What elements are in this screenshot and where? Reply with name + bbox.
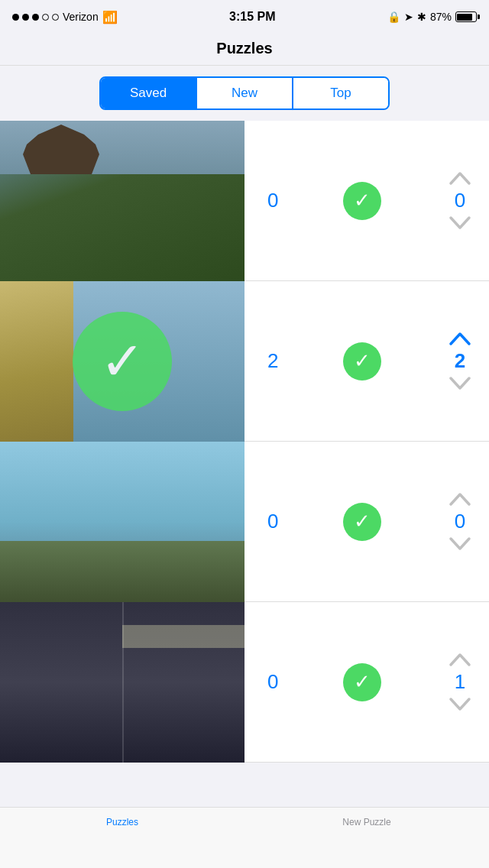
- puzzle-controls-3: 0 ✓ 0: [244, 442, 489, 601]
- puzzle-row[interactable]: 0 ✓ 1: [0, 602, 489, 763]
- puzzle-row[interactable]: 0 ✓ 0: [0, 442, 489, 602]
- puzzle-image-1[interactable]: [0, 121, 244, 281]
- signal-dot-5: [52, 14, 59, 21]
- lock-icon: 🔒: [387, 11, 400, 23]
- nav-bar: Puzzles: [0, 34, 489, 66]
- vote-count-1: 0: [267, 189, 278, 212]
- signal-dot-1: [12, 14, 19, 21]
- vote-count-2: 2: [267, 349, 278, 373]
- signal-dot-4: [42, 14, 49, 21]
- status-left: Verizon 📶: [12, 10, 118, 24]
- overlay-checkmark-2: ✓: [100, 335, 145, 388]
- signal-dot-2: [22, 14, 29, 21]
- upvote-button-1[interactable]: [446, 169, 474, 187]
- checkmark-icon-1: ✓: [354, 189, 371, 212]
- status-right: 🔒 ➤ ✱ 87%: [387, 11, 477, 23]
- bluetooth-icon: ✱: [417, 11, 426, 23]
- puzzle-list: 0 ✓ 0 ✓: [0, 121, 489, 763]
- puzzle-controls-1: 0 ✓ 0: [244, 121, 489, 280]
- signal-dot-3: [32, 14, 39, 21]
- location-icon: ➤: [404, 11, 413, 23]
- segmented-control[interactable]: Saved New Top: [99, 76, 390, 110]
- puzzle-check-overlay-2: ✓: [73, 312, 172, 411]
- checkmark-icon-3: ✓: [354, 510, 371, 533]
- puzzle-row[interactable]: 0 ✓ 0: [0, 121, 489, 281]
- carrier-name: Verizon: [63, 11, 99, 23]
- vote-count-3: 0: [267, 510, 278, 533]
- vote-number-2: 2: [455, 349, 465, 373]
- tab-saved[interactable]: Saved: [101, 78, 197, 108]
- vote-controls-2: 2: [446, 329, 474, 393]
- puzzle-controls-4: 0 ✓ 1: [244, 602, 489, 762]
- puzzle-image-3[interactable]: [0, 442, 244, 602]
- check-circle-3[interactable]: ✓: [343, 503, 381, 541]
- tab-bar: Puzzles New Puzzle: [0, 807, 489, 868]
- checkmark-icon-2: ✓: [354, 349, 371, 373]
- upvote-button-4[interactable]: [446, 650, 474, 669]
- check-circle-4[interactable]: ✓: [343, 663, 381, 701]
- vote-count-4: 0: [267, 670, 278, 694]
- signal-strength: [12, 14, 59, 21]
- downvote-button-1[interactable]: [446, 214, 474, 232]
- check-circle-2[interactable]: ✓: [343, 342, 381, 381]
- tab-new[interactable]: New: [197, 78, 293, 108]
- vote-number-3: 0: [455, 510, 465, 533]
- tab-new-puzzle[interactable]: New Puzzle: [244, 814, 489, 828]
- new-puzzle-tab-label: New Puzzle: [342, 817, 390, 828]
- tab-puzzles[interactable]: Puzzles: [0, 814, 244, 828]
- puzzle-row[interactable]: ✓ 2 ✓ 2: [0, 281, 489, 442]
- status-time: 3:15 PM: [229, 10, 275, 24]
- upvote-button-3[interactable]: [446, 490, 474, 508]
- checkmark-icon-4: ✓: [354, 670, 371, 694]
- puzzle-image-4[interactable]: [0, 602, 244, 763]
- vote-controls-1: 0: [446, 169, 474, 232]
- vote-number-4: 1: [455, 670, 465, 694]
- puzzle-image-2[interactable]: ✓: [0, 281, 244, 442]
- nav-title: Puzzles: [216, 40, 272, 57]
- downvote-button-3[interactable]: [446, 535, 474, 553]
- downvote-button-4[interactable]: [446, 695, 474, 714]
- battery-percent: 87%: [430, 11, 452, 23]
- tab-top[interactable]: Top: [293, 78, 388, 108]
- puzzle-controls-2: 2 ✓ 2: [244, 281, 489, 441]
- battery-icon: [455, 11, 477, 22]
- vote-controls-4: 1: [446, 650, 474, 714]
- wifi-icon: 📶: [102, 10, 118, 24]
- status-bar: Verizon 📶 3:15 PM 🔒 ➤ ✱ 87%: [0, 0, 489, 34]
- vote-number-1: 0: [455, 189, 465, 212]
- vote-controls-3: 0: [446, 490, 474, 553]
- check-circle-1[interactable]: ✓: [343, 182, 381, 220]
- puzzles-tab-label: Puzzles: [106, 817, 138, 828]
- upvote-button-2[interactable]: [446, 329, 474, 348]
- downvote-button-2[interactable]: [446, 374, 474, 393]
